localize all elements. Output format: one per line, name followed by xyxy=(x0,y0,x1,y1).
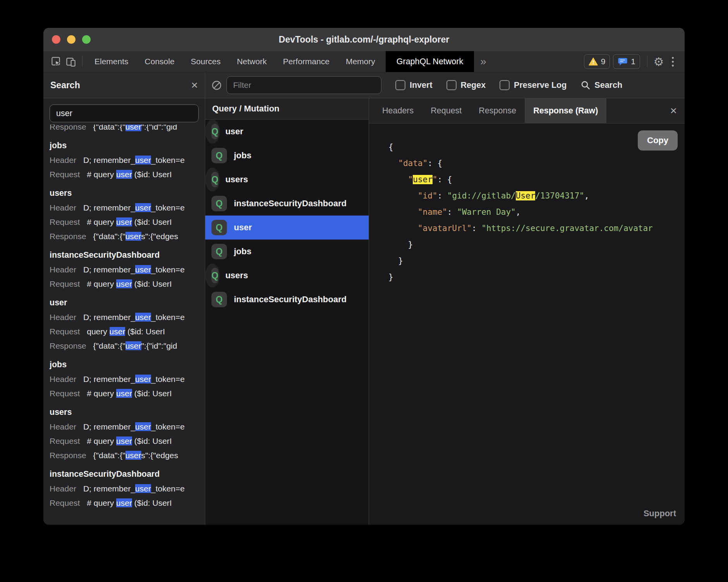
result-value: D; remember_user_token=e xyxy=(83,203,185,212)
support-link[interactable]: Support xyxy=(644,508,676,519)
zoom-window-button[interactable] xyxy=(82,35,91,44)
search-result-row[interactable]: Response{"data":{"users":{"edges xyxy=(50,229,205,243)
search-result-row[interactable]: Request# query user ($id: UserI xyxy=(50,277,205,291)
result-text: # query xyxy=(87,279,116,288)
detail-tab-response-raw-[interactable]: Response (Raw) xyxy=(525,98,606,123)
search-result-row[interactable]: HeaderD; remember_user_token=e xyxy=(50,262,205,277)
messages-badge[interactable]: 1 xyxy=(613,54,640,69)
filter-input[interactable] xyxy=(227,76,381,94)
tab-sources[interactable]: Sources xyxy=(183,51,229,72)
result-group-title: jobs xyxy=(50,139,205,153)
query-row-label: users xyxy=(225,270,248,281)
search-result-row[interactable]: Response{"data":{"user":{"id":"gid xyxy=(50,339,205,353)
detail-panel: HeadersRequestResponseResponse (Raw)× Co… xyxy=(369,98,685,525)
checkbox-label: Invert xyxy=(410,80,433,90)
match-highlight: user xyxy=(116,498,132,507)
search-result-row[interactable]: HeaderD; remember_user_token=e xyxy=(50,200,205,215)
result-value: {"data":{"user":{"id":"gid xyxy=(93,341,177,350)
checkbox-regex[interactable]: Regex xyxy=(446,80,486,90)
json-line: "data": { xyxy=(388,155,685,171)
query-mutation-header: Query / Mutation xyxy=(205,98,369,120)
search-panel: Response{"data":{"user":{"id":"gidjobsHe… xyxy=(43,98,205,525)
result-text: _token=e xyxy=(151,484,185,493)
result-value: {"data":{"users":{"edges xyxy=(93,232,178,241)
search-result-row[interactable]: HeaderD; remember_user_token=e xyxy=(50,372,205,386)
json-token: "gid://gitlab/ xyxy=(447,191,516,200)
detail-tab-response[interactable]: Response xyxy=(470,98,525,123)
query-row-instanceSecurityDashboard[interactable]: QinstanceSecurityDashboard xyxy=(205,192,369,216)
tab-memory[interactable]: Memory xyxy=(338,51,383,72)
message-count: 1 xyxy=(631,57,635,66)
device-toolbar-icon[interactable] xyxy=(64,54,78,69)
result-text: ($id: UserI xyxy=(132,498,172,507)
search-result-row[interactable]: HeaderD; remember_user_token=e xyxy=(50,419,205,434)
result-text: # query xyxy=(87,217,116,226)
query-row-users[interactable]: Qusers xyxy=(205,264,220,288)
match-highlight: user xyxy=(135,203,151,212)
query-row-label: users xyxy=(225,175,248,185)
result-value: D; remember_user_token=e xyxy=(83,156,185,164)
tab-graphql-network[interactable]: GraphQL Network xyxy=(386,51,474,72)
search-result-row[interactable]: HeaderD; remember_user_token=e xyxy=(50,310,205,324)
result-text: {"data":{" xyxy=(93,341,125,350)
detail-tab-headers[interactable]: Headers xyxy=(374,98,422,123)
detail-tab-request[interactable]: Request xyxy=(422,98,470,123)
inspect-icon[interactable] xyxy=(49,54,64,69)
result-text: D; remember_ xyxy=(83,484,135,493)
search-result-row[interactable]: Request# query user ($id: UserI xyxy=(50,215,205,229)
search-result-row[interactable]: Requestquery user ($id: UserI xyxy=(50,324,205,339)
checkbox-invert[interactable]: Invert xyxy=(395,80,433,90)
network-search-toggle[interactable]: Search xyxy=(580,80,622,90)
result-label: Request xyxy=(50,436,80,445)
copy-button[interactable]: Copy xyxy=(638,130,678,151)
result-value: # query user ($id: UserI xyxy=(87,436,172,445)
more-tabs-chevron-icon[interactable]: » xyxy=(480,55,486,68)
search-result-row[interactable]: Request# query user ($id: UserI xyxy=(50,386,205,401)
result-label: Header xyxy=(50,265,76,274)
search-result-row[interactable]: Response{"data":{"users":{"edges xyxy=(50,448,205,462)
minimize-window-button[interactable] xyxy=(67,35,76,44)
query-row-users[interactable]: Qusers xyxy=(205,168,220,192)
tab-elements[interactable]: Elements xyxy=(86,51,137,72)
result-value: # query user ($id: UserI xyxy=(87,389,172,398)
json-token: } xyxy=(388,240,413,249)
gear-icon[interactable]: ⚙ xyxy=(651,54,666,69)
json-token: , xyxy=(516,207,521,217)
search-input[interactable] xyxy=(50,104,199,122)
match-highlight: user xyxy=(125,232,141,241)
query-row-instanceSecurityDashboard[interactable]: QinstanceSecurityDashboard xyxy=(205,288,369,312)
search-result-row[interactable]: HeaderD; remember_user_token=e xyxy=(50,481,205,496)
kebab-menu-icon[interactable] xyxy=(666,54,679,69)
close-detail-icon[interactable]: × xyxy=(670,105,677,116)
search-result-row[interactable]: Request# query user ($id: UserI xyxy=(50,496,205,510)
warnings-badge[interactable]: 9 xyxy=(584,54,610,69)
query-row-jobs[interactable]: Qjobs xyxy=(205,240,369,264)
match-highlight: user xyxy=(116,217,132,226)
result-group-title: instanceSecurityDashboard xyxy=(50,248,205,262)
result-label: Header xyxy=(50,375,76,383)
result-text: # query xyxy=(87,498,116,507)
query-badge-icon: Q xyxy=(211,196,227,211)
search-result-row[interactable]: HeaderD; remember_user_token=e xyxy=(50,153,205,167)
checkbox-preserve-log[interactable]: Preserve Log xyxy=(500,80,567,90)
match-highlight: user xyxy=(125,341,141,350)
result-text: # query xyxy=(87,170,116,179)
search-result-row[interactable]: Request# query user ($id: UserI xyxy=(50,167,205,181)
checkbox-label: Regex xyxy=(461,80,486,90)
tab-console[interactable]: Console xyxy=(137,51,183,72)
close-window-button[interactable] xyxy=(52,35,60,44)
search-result-row[interactable]: Response{"data":{"user":{"id":"gid xyxy=(50,125,205,134)
query-badge-icon: Q xyxy=(211,292,227,307)
query-row-jobs[interactable]: Qjobs xyxy=(205,144,369,168)
query-row-user-selected[interactable]: Quser xyxy=(205,216,369,240)
network-filter-bar: InvertRegexPreserve Log Search xyxy=(205,72,685,98)
json-token: " xyxy=(433,175,438,184)
json-token: , xyxy=(584,191,589,200)
tab-performance[interactable]: Performance xyxy=(275,51,338,72)
tab-network[interactable]: Network xyxy=(229,51,275,72)
close-search-icon[interactable]: × xyxy=(191,79,198,91)
search-result-row[interactable]: Request# query user ($id: UserI xyxy=(50,434,205,448)
query-row-user[interactable]: Quser xyxy=(205,120,220,144)
json-token: : xyxy=(472,224,481,233)
blocked-circle-icon[interactable] xyxy=(211,80,222,91)
